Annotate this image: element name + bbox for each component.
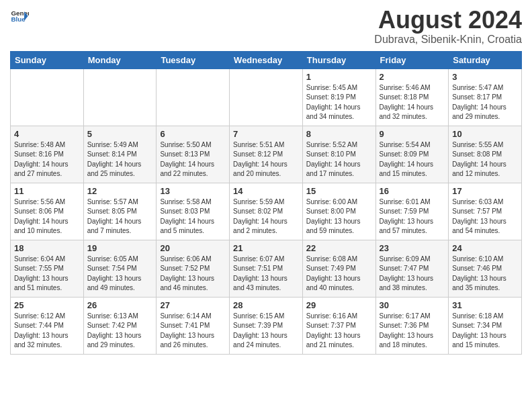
title-area: August 2024 Dubrava, Sibenik-Knin, Croat… (374, 7, 522, 46)
weekday-header-sunday: Sunday (11, 51, 84, 68)
day-info: Sunrise: 5:52 AM Sunset: 8:10 PM Dayligh… (306, 140, 372, 179)
calendar-cell: 6Sunrise: 5:50 AM Sunset: 8:13 PM Daylig… (157, 126, 230, 183)
day-info: Sunrise: 5:57 AM Sunset: 8:05 PM Dayligh… (87, 197, 153, 236)
week-row-3: 18Sunrise: 6:04 AM Sunset: 7:55 PM Dayli… (11, 240, 522, 297)
day-number: 10 (452, 129, 518, 139)
day-info: Sunrise: 6:09 AM Sunset: 7:47 PM Dayligh… (380, 255, 445, 293)
weekday-header-tuesday: Tuesday (157, 51, 230, 68)
day-number: 7 (233, 129, 299, 139)
calendar-cell: 12Sunrise: 5:57 AM Sunset: 8:05 PM Dayli… (83, 183, 157, 240)
calendar-cell: 7Sunrise: 5:51 AM Sunset: 8:12 PM Daylig… (230, 126, 303, 183)
calendar-cell: 17Sunrise: 6:03 AM Sunset: 7:57 PM Dayli… (449, 183, 522, 240)
calendar-cell: 31Sunrise: 6:18 AM Sunset: 7:34 PM Dayli… (449, 297, 522, 354)
calendar-cell: 22Sunrise: 6:08 AM Sunset: 7:49 PM Dayli… (302, 240, 375, 297)
weekday-header-wednesday: Wednesday (230, 51, 303, 68)
day-number: 19 (87, 243, 153, 253)
day-info: Sunrise: 5:46 AM Sunset: 8:18 PM Dayligh… (380, 83, 445, 122)
day-info: Sunrise: 6:10 AM Sunset: 7:46 PM Dayligh… (452, 255, 518, 293)
weekday-header-friday: Friday (375, 51, 449, 68)
weekday-header-saturday: Saturday (449, 51, 522, 68)
logo-icon: General Blue (10, 7, 29, 26)
day-info: Sunrise: 6:00 AM Sunset: 8:00 PM Dayligh… (306, 197, 372, 236)
day-info: Sunrise: 6:08 AM Sunset: 7:49 PM Dayligh… (306, 255, 372, 293)
day-number: 18 (14, 243, 80, 253)
calendar-cell: 16Sunrise: 6:01 AM Sunset: 7:59 PM Dayli… (375, 183, 449, 240)
calendar-cell: 29Sunrise: 6:16 AM Sunset: 7:37 PM Dayli… (302, 297, 375, 354)
calendar-cell: 8Sunrise: 5:52 AM Sunset: 8:10 PM Daylig… (302, 126, 375, 183)
day-number: 11 (14, 186, 80, 196)
day-info: Sunrise: 6:13 AM Sunset: 7:42 PM Dayligh… (87, 312, 153, 351)
week-row-0: 1Sunrise: 5:45 AM Sunset: 8:19 PM Daylig… (11, 68, 522, 126)
day-info: Sunrise: 5:50 AM Sunset: 8:13 PM Dayligh… (160, 140, 226, 179)
calendar-cell: 27Sunrise: 6:14 AM Sunset: 7:41 PM Dayli… (157, 297, 230, 354)
day-info: Sunrise: 6:06 AM Sunset: 7:52 PM Dayligh… (160, 255, 226, 293)
weekday-header-row: SundayMondayTuesdayWednesdayThursdayFrid… (11, 51, 522, 68)
calendar-cell: 20Sunrise: 6:06 AM Sunset: 7:52 PM Dayli… (157, 240, 230, 297)
day-info: Sunrise: 6:01 AM Sunset: 7:59 PM Dayligh… (380, 197, 445, 236)
week-row-2: 11Sunrise: 5:56 AM Sunset: 8:06 PM Dayli… (11, 183, 522, 240)
day-number: 8 (306, 129, 372, 139)
day-number: 3 (452, 72, 518, 82)
calendar-table: SundayMondayTuesdayWednesdayThursdayFrid… (10, 51, 522, 355)
day-number: 30 (380, 300, 445, 310)
weekday-header-thursday: Thursday (302, 51, 375, 68)
day-info: Sunrise: 6:04 AM Sunset: 7:55 PM Dayligh… (14, 255, 80, 293)
day-number: 17 (452, 186, 518, 196)
calendar-cell: 26Sunrise: 6:13 AM Sunset: 7:42 PM Dayli… (83, 297, 157, 354)
day-info: Sunrise: 5:58 AM Sunset: 8:03 PM Dayligh… (160, 197, 226, 236)
day-number: 25 (14, 300, 80, 310)
day-number: 5 (87, 129, 153, 139)
calendar-cell (83, 68, 157, 126)
day-number: 24 (452, 243, 518, 253)
day-info: Sunrise: 6:07 AM Sunset: 7:51 PM Dayligh… (233, 255, 299, 293)
day-number: 31 (452, 300, 518, 310)
svg-text:Blue: Blue (11, 15, 26, 23)
day-number: 12 (87, 186, 153, 196)
day-number: 13 (160, 186, 226, 196)
month-year: August 2024 (374, 7, 522, 34)
day-number: 1 (306, 72, 372, 82)
location: Dubrava, Sibenik-Knin, Croatia (374, 34, 522, 46)
day-number: 20 (160, 243, 226, 253)
calendar-cell: 25Sunrise: 6:12 AM Sunset: 7:44 PM Dayli… (11, 297, 84, 354)
day-info: Sunrise: 6:18 AM Sunset: 7:34 PM Dayligh… (452, 312, 518, 351)
day-info: Sunrise: 6:14 AM Sunset: 7:41 PM Dayligh… (160, 312, 226, 351)
calendar-cell: 19Sunrise: 6:05 AM Sunset: 7:54 PM Dayli… (83, 240, 157, 297)
calendar-cell: 5Sunrise: 5:49 AM Sunset: 8:14 PM Daylig… (83, 126, 157, 183)
day-number: 27 (160, 300, 226, 310)
day-number: 28 (233, 300, 299, 310)
calendar-cell (230, 68, 303, 126)
day-number: 2 (380, 72, 445, 82)
calendar-cell: 2Sunrise: 5:46 AM Sunset: 8:18 PM Daylig… (375, 68, 449, 126)
calendar-cell: 4Sunrise: 5:48 AM Sunset: 8:16 PM Daylig… (11, 126, 84, 183)
day-info: Sunrise: 6:12 AM Sunset: 7:44 PM Dayligh… (14, 312, 80, 351)
calendar-cell (11, 68, 84, 126)
logo: General Blue (10, 7, 29, 26)
calendar-cell: 10Sunrise: 5:55 AM Sunset: 8:08 PM Dayli… (449, 126, 522, 183)
day-info: Sunrise: 6:17 AM Sunset: 7:36 PM Dayligh… (380, 312, 445, 351)
calendar-cell: 28Sunrise: 6:15 AM Sunset: 7:39 PM Dayli… (230, 297, 303, 354)
calendar-cell: 30Sunrise: 6:17 AM Sunset: 7:36 PM Dayli… (375, 297, 449, 354)
day-number: 23 (380, 243, 445, 253)
day-number: 6 (160, 129, 226, 139)
calendar-cell: 9Sunrise: 5:54 AM Sunset: 8:09 PM Daylig… (375, 126, 449, 183)
day-number: 4 (14, 129, 80, 139)
day-info: Sunrise: 6:03 AM Sunset: 7:57 PM Dayligh… (452, 197, 518, 236)
day-number: 9 (380, 129, 445, 139)
calendar-cell (157, 68, 230, 126)
calendar-cell: 23Sunrise: 6:09 AM Sunset: 7:47 PM Dayli… (375, 240, 449, 297)
day-info: Sunrise: 5:49 AM Sunset: 8:14 PM Dayligh… (87, 140, 153, 179)
day-number: 22 (306, 243, 372, 253)
calendar-cell: 11Sunrise: 5:56 AM Sunset: 8:06 PM Dayli… (11, 183, 84, 240)
header: General Blue August 2024 Dubrava, Sibeni… (10, 7, 522, 46)
calendar-cell: 18Sunrise: 6:04 AM Sunset: 7:55 PM Dayli… (11, 240, 84, 297)
day-info: Sunrise: 5:45 AM Sunset: 8:19 PM Dayligh… (306, 83, 372, 122)
week-row-1: 4Sunrise: 5:48 AM Sunset: 8:16 PM Daylig… (11, 126, 522, 183)
day-info: Sunrise: 5:55 AM Sunset: 8:08 PM Dayligh… (452, 140, 518, 179)
day-info: Sunrise: 5:48 AM Sunset: 8:16 PM Dayligh… (14, 140, 80, 179)
day-info: Sunrise: 5:47 AM Sunset: 8:17 PM Dayligh… (452, 83, 518, 122)
day-number: 15 (306, 186, 372, 196)
day-number: 16 (380, 186, 445, 196)
day-info: Sunrise: 5:54 AM Sunset: 8:09 PM Dayligh… (380, 140, 445, 179)
calendar-cell: 21Sunrise: 6:07 AM Sunset: 7:51 PM Dayli… (230, 240, 303, 297)
